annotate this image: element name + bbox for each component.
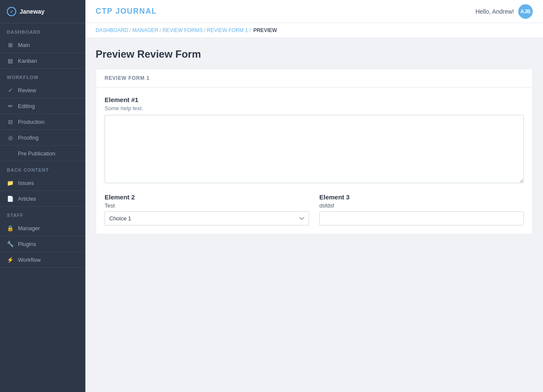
sidebar-item-review[interactable]: ✓Review [0, 82, 85, 98]
sidebar-label-review: Review [18, 87, 36, 94]
sidebar-section-dashboard: DASHBOARD [0, 23, 85, 37]
editing-icon: ✏ [7, 102, 14, 109]
sidebar-label-proofing: Proofing [18, 135, 38, 141]
element-2-group: Element 2 Test Choice 1Choice 2Choice 3 [105, 193, 309, 225]
review-icon: ✓ [7, 87, 14, 94]
element-1-textarea[interactable] [105, 115, 524, 183]
pre-publication-icon [7, 150, 14, 157]
sidebar-item-main[interactable]: ⊞Main [0, 37, 85, 53]
sidebar-label-articles: Articles [18, 196, 36, 202]
breadcrumb-item-bc-review-form-1[interactable]: REVIEW FORM 1 [207, 27, 248, 33]
sidebar-item-pre-publication[interactable]: Pre Publication [0, 146, 85, 161]
sidebar-item-issues[interactable]: 📁Issues [0, 175, 85, 191]
sidebar-label-editing: Editing [18, 103, 35, 109]
breadcrumb-separator: / [158, 27, 163, 33]
sidebar: ✓ Janeway DASHBOARD⊞Main▤KanbanWORKFLOW✓… [0, 0, 85, 392]
breadcrumb-separator: / [248, 27, 251, 33]
manager-icon: 🔒 [7, 225, 14, 231]
sidebar-label-manager: Manager [18, 225, 40, 231]
element-1-group: Element #1 Some help text. [105, 96, 524, 185]
production-icon: ⊟ [7, 118, 14, 125]
form-card: REVIEW FORM 1 Element #1 Some help text.… [96, 69, 533, 234]
sidebar-label-workflow: Workflow [18, 257, 41, 263]
element-2-select[interactable]: Choice 1Choice 2Choice 3 [105, 211, 309, 225]
issues-icon: 📁 [7, 179, 14, 186]
brand-name: Janeway [20, 8, 44, 15]
sidebar-item-proofing[interactable]: ◎Proofing [0, 130, 85, 146]
plugins-icon: 🔧 [7, 240, 14, 247]
site-title: CTP JOURNAL [96, 7, 157, 16]
sidebar-label-pre-publication: Pre Publication [18, 150, 55, 157]
sidebar-label-issues: Issues [18, 180, 34, 186]
form-card-header: REVIEW FORM 1 [96, 69, 532, 88]
breadcrumb-separator: / [203, 27, 207, 33]
element-2-field-label: Test [105, 202, 309, 209]
kanban-icon: ▤ [7, 57, 14, 64]
breadcrumb: DASHBOARD / MANAGER / REVIEW FORMS / REV… [85, 23, 543, 38]
workflow-icon: ⚡ [7, 256, 14, 263]
element-3-field-label: dsfdsf [319, 202, 524, 209]
breadcrumb-current: PREVIEW [253, 27, 277, 33]
breadcrumb-separator: / [128, 27, 132, 33]
main-content: CTP JOURNAL Hello, Andrew! AJB DASHBOARD… [85, 0, 543, 392]
sidebar-item-articles[interactable]: 📄Articles [0, 191, 85, 207]
sidebar-item-production[interactable]: ⊟Production [0, 114, 85, 130]
sidebar-item-manager[interactable]: 🔒Manager [0, 220, 85, 236]
breadcrumb-item-bc-dashboard[interactable]: DASHBOARD [96, 27, 128, 33]
sidebar-section-staff: STAFF [0, 207, 85, 220]
sidebar-section-back-content: BACK CONTENT [0, 161, 85, 175]
sidebar-label-kanban: Kanban [18, 58, 37, 64]
breadcrumb-item-bc-review-forms[interactable]: REVIEW FORMS [163, 27, 203, 33]
element-1-label: Element #1 [105, 96, 524, 103]
sidebar-label-main: Main [18, 42, 30, 48]
element-3-label: Element 3 [319, 193, 524, 201]
element-2-label: Element 2 [105, 193, 309, 201]
sidebar-item-editing[interactable]: ✏Editing [0, 98, 85, 114]
content-area: Preview Review Form REVIEW FORM 1 Elemen… [85, 38, 543, 392]
page-title: Preview Review Form [96, 48, 533, 60]
user-info: Hello, Andrew! AJB [476, 4, 533, 19]
main-icon: ⊞ [7, 41, 14, 48]
sidebar-item-kanban[interactable]: ▤Kanban [0, 53, 85, 69]
user-avatar: AJB [518, 4, 533, 19]
form-card-body: Element #1 Some help text. Element 2 Tes… [96, 88, 532, 234]
brand-icon: ✓ [7, 7, 16, 16]
breadcrumb-item-bc-manager[interactable]: MANAGER [132, 27, 158, 33]
sidebar-section-workflow: WORKFLOW [0, 69, 85, 82]
sidebar-item-workflow[interactable]: ⚡Workflow [0, 252, 85, 268]
brand[interactable]: ✓ Janeway [0, 0, 85, 23]
two-col-row: Element 2 Test Choice 1Choice 2Choice 3 … [105, 193, 524, 225]
sidebar-label-production: Production [18, 119, 44, 125]
sidebar-label-plugins: Plugins [18, 241, 36, 247]
element-1-help: Some help text. [105, 105, 524, 111]
proofing-icon: ◎ [7, 134, 14, 141]
sidebar-item-plugins[interactable]: 🔧Plugins [0, 236, 85, 252]
element-3-input[interactable] [319, 211, 524, 225]
element-3-group: Element 3 dsfdsf [319, 193, 524, 225]
articles-icon: 📄 [7, 195, 14, 202]
user-greeting: Hello, Andrew! [476, 8, 514, 15]
topbar: CTP JOURNAL Hello, Andrew! AJB [85, 0, 543, 23]
